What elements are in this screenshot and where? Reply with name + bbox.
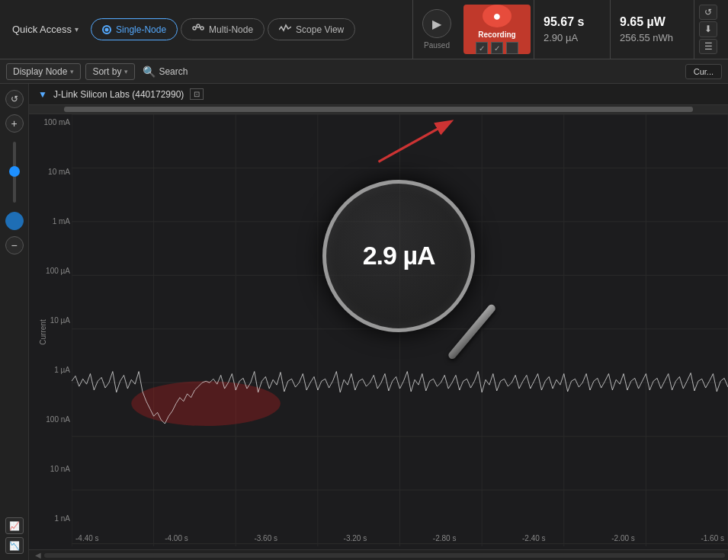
bottom-icons: 📈 📉 xyxy=(5,517,24,554)
y-label-6: 100 nA xyxy=(32,415,70,424)
search-area[interactable]: 🔍 Search xyxy=(143,66,188,78)
time-stat-area: 95.67 s 2.90 µA xyxy=(534,0,610,59)
y-label-8: 1 nA xyxy=(32,514,70,523)
toolbar-row: Display Node ▾ Sort by ▾ 🔍 Search Cur... xyxy=(0,59,728,84)
play-icon: ▶ xyxy=(432,17,441,31)
energy-value: 256.55 nWh xyxy=(620,32,685,43)
y-label-3: 100 µA xyxy=(32,267,70,275)
sidebar-icon-buttons: ↺ ⬇ ☰ xyxy=(694,0,722,59)
recording-label: Recording xyxy=(478,30,515,39)
x-label-5: -2.40 s xyxy=(522,534,546,542)
scroll-left-arrow[interactable]: ◀ xyxy=(32,551,44,559)
svg-line-4 xyxy=(200,27,200,28)
device-expand-btn[interactable]: ⊡ xyxy=(190,88,204,100)
x-label-4: -2.80 s xyxy=(433,534,457,542)
display-node-btn[interactable]: Display Node ▾ xyxy=(6,63,81,80)
search-icon: 🔍 xyxy=(143,66,156,78)
multi-node-icon xyxy=(192,24,204,35)
device-header: ▼ J-Link Silicon Labs (440172990) ⊡ xyxy=(29,84,728,105)
sort-by-label: Sort by xyxy=(92,66,121,77)
sort-by-btn[interactable]: Sort by ▾ xyxy=(85,63,135,80)
y-label-0: 100 mA xyxy=(32,118,70,126)
record-icon: ● xyxy=(493,8,502,24)
single-node-label: Single-Node xyxy=(116,24,166,35)
power-value: 9.65 µW xyxy=(620,15,685,29)
time-value: 95.67 s xyxy=(544,15,601,29)
x-label-3: -3.20 s xyxy=(344,534,367,542)
zoom-level-indicator xyxy=(5,212,24,230)
checkbox-2[interactable]: ✓ xyxy=(491,42,503,54)
chart-canvas: 100 mA 10 mA 1 mA 100 µA 10 µA 1 µA 100 … xyxy=(29,114,728,549)
y-label-1: 10 mA xyxy=(32,168,70,176)
x-label-7: -1.60 s xyxy=(701,534,724,542)
chart-svg xyxy=(72,114,728,546)
record-button[interactable]: ● xyxy=(483,5,512,27)
scope-view-icon xyxy=(279,24,291,35)
single-node-radio-icon xyxy=(102,25,111,34)
paused-label: Paused xyxy=(424,41,450,50)
scroll-track[interactable] xyxy=(44,553,725,558)
display-node-chevron: ▾ xyxy=(70,68,74,75)
x-label-6: -2.00 s xyxy=(611,534,635,542)
chart-mode-btn-1[interactable]: 📈 xyxy=(5,517,24,534)
quick-access-label: Quick Access xyxy=(12,24,72,35)
search-label: Search xyxy=(159,66,188,77)
sort-by-chevron: ▾ xyxy=(124,68,128,75)
view-tabs: Single-Node Multi-Node Sco xyxy=(91,18,406,40)
left-toolbar: ↺ + − 📈 📉 xyxy=(0,84,29,560)
recording-checkboxes: ✓ ✓ xyxy=(473,42,521,54)
x-label-2: -3.60 s xyxy=(254,534,277,542)
y-axis: 100 mA 10 mA 1 mA 100 µA 10 µA 1 µA 100 … xyxy=(29,114,71,526)
chart-mode-btn-2[interactable]: 📉 xyxy=(5,537,24,554)
top-bar: Quick Access ▾ Single-Node Multi-Node xyxy=(0,0,728,59)
top-scrollbar-thumb[interactable] xyxy=(64,107,693,112)
x-label-1: -4.00 s xyxy=(165,534,188,542)
display-node-label: Display Node xyxy=(13,66,67,77)
quick-access-dropdown[interactable]: Quick Access ▾ xyxy=(6,21,85,38)
checkbox-1[interactable]: ✓ xyxy=(476,42,488,54)
device-name: J-Link Silicon Labs (440172990) xyxy=(53,89,184,100)
stats-panel: ▶ Paused ● Recording ✓ ✓ 95.67 s 2.90 µA… xyxy=(412,0,722,59)
record-button-area[interactable]: ● Recording ✓ ✓ xyxy=(463,5,531,54)
x-label-0: -4.40 s xyxy=(75,534,99,542)
bottom-scrollbar[interactable]: ◀ xyxy=(29,549,728,560)
svg-line-3 xyxy=(196,27,197,28)
svg-point-0 xyxy=(193,27,196,30)
quick-access-chevron: ▾ xyxy=(75,25,79,34)
reset-icon-btn[interactable]: ↺ xyxy=(699,5,717,20)
download-icon-btn[interactable]: ⬇ xyxy=(699,21,717,37)
svg-point-23 xyxy=(131,381,281,426)
svg-point-1 xyxy=(197,24,200,27)
svg-point-2 xyxy=(200,27,204,30)
power-stat-area: 9.65 µW 256.55 nWh xyxy=(610,0,694,59)
tab-scope-view[interactable]: Scope View xyxy=(268,18,355,40)
settings-icon-btn[interactable]: ☰ xyxy=(699,39,717,54)
chart-wrapper: ▼ J-Link Silicon Labs (440172990) ⊡ 100 … xyxy=(29,84,728,560)
checkbox-3[interactable] xyxy=(506,42,518,54)
zoom-slider-thumb[interactable] xyxy=(9,166,20,177)
x-axis: -4.40 s -4.00 s -3.60 s -3.20 s -2.80 s … xyxy=(72,526,728,549)
tab-single-node[interactable]: Single-Node xyxy=(91,18,178,40)
top-scrollbar[interactable] xyxy=(29,105,728,114)
main-area: ↺ + − 📈 📉 ▼ J-Link Silicon Labs (4401729… xyxy=(0,84,728,560)
tab-multi-node[interactable]: Multi-Node xyxy=(181,18,265,40)
zoom-out-btn[interactable]: − xyxy=(5,236,24,254)
play-pause-area: ▶ Paused xyxy=(413,0,460,59)
device-triangle-icon: ▼ xyxy=(38,89,47,100)
reset-zoom-btn[interactable]: ↺ xyxy=(5,90,24,108)
multi-node-label: Multi-Node xyxy=(209,24,253,35)
current-value: 2.90 µA xyxy=(544,32,601,43)
scope-view-label: Scope View xyxy=(296,24,344,35)
zoom-slider-track xyxy=(13,142,16,203)
zoom-in-btn[interactable]: + xyxy=(5,114,24,133)
y-label-5: 1 µA xyxy=(32,366,70,374)
current-tab-label[interactable]: Cur... xyxy=(685,64,722,79)
y-label-4: 10 µA xyxy=(32,316,70,325)
y-label-2: 1 mA xyxy=(32,217,70,226)
play-button[interactable]: ▶ xyxy=(422,9,451,38)
y-label-7: 10 nA xyxy=(32,465,70,473)
